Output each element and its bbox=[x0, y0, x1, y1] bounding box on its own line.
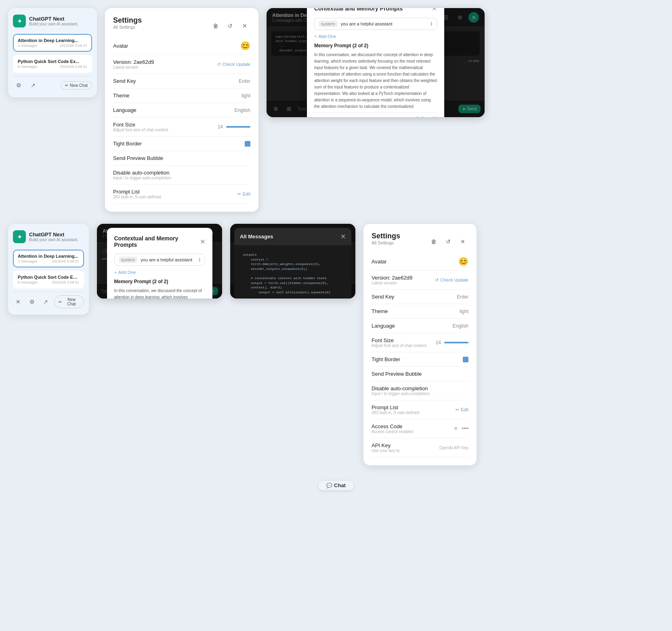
theme-value: light bbox=[242, 93, 250, 99]
fontsize-value: 14 bbox=[218, 124, 223, 130]
copy-all-button[interactable]: ⎘ Copy All bbox=[416, 116, 437, 117]
add-one-button[interactable]: + Add One bbox=[114, 270, 136, 275]
share-icon-btn[interactable]: ↗ bbox=[40, 296, 51, 307]
settings-refresh-btn[interactable]: ↺ bbox=[225, 20, 236, 32]
info-icon: ℹ bbox=[430, 21, 433, 27]
avatar-emoji[interactable]: 😊 bbox=[458, 257, 468, 266]
chat2-all-messages-overlay: All Messages ✕ outputs context = torch.b… bbox=[230, 224, 355, 299]
edit-icon: ✏ bbox=[456, 407, 459, 412]
language-label: Language bbox=[113, 107, 136, 113]
bottom-settings-panel: Settings All Settings 🗑 ↺ ✕ Avatar 😊 Ver… bbox=[363, 224, 477, 465]
top-chat-item-2[interactable]: Python Quick Sort Code Ex... 6 messages … bbox=[13, 55, 92, 73]
all-messages-header: All Messages ✕ bbox=[234, 228, 351, 245]
all-messages-close-button[interactable]: ✕ bbox=[340, 233, 346, 240]
all-messages-code: outputs context = torch.bmm(attn_weights… bbox=[239, 249, 346, 299]
settings-icon-btn[interactable]: ⚙ bbox=[27, 296, 37, 307]
tightborder-label: Tight Border bbox=[113, 141, 142, 147]
settings-row-autocomplete: Disable auto-completion Input / to trigg… bbox=[113, 166, 250, 185]
tight-border-toggle[interactable] bbox=[463, 357, 468, 362]
tight-border-toggle[interactable] bbox=[245, 141, 250, 147]
app-logo: ✦ bbox=[13, 230, 26, 243]
top-chat-window: Attention in Deep Learning Implementatio… bbox=[267, 8, 485, 117]
settings-trash-btn[interactable]: 🗑 bbox=[428, 236, 439, 247]
promptlist-label: Prompt List bbox=[372, 404, 419, 410]
fontsize-label: Font Size bbox=[372, 337, 426, 343]
settings-row-promptlist: Prompt List 283 built-in, 0 user-defined… bbox=[372, 400, 468, 419]
new-chat-button[interactable]: ✏ New Chat bbox=[61, 81, 92, 90]
settings-title: Settings bbox=[113, 16, 142, 25]
add-icon: + bbox=[114, 270, 117, 275]
settings-title: Settings bbox=[372, 232, 400, 240]
settings-row-language: Language English bbox=[372, 319, 468, 333]
settings-icon-btn[interactable]: ⚙ bbox=[13, 80, 24, 91]
avatar-emoji[interactable]: 😊 bbox=[240, 41, 250, 50]
memory-prompt-title: Memory Prompt (2 of 2) bbox=[314, 43, 437, 48]
sidebar-header: ✦ ChatGPT Next Build your own AI assista… bbox=[13, 230, 84, 243]
bottom-chat-item-1[interactable]: Attention in Deep Learning... 2 messages… bbox=[13, 250, 84, 267]
font-size-slider[interactable] bbox=[226, 126, 250, 128]
close-icon-btn[interactable]: ✕ bbox=[13, 296, 23, 307]
chat-item-meta: 6 messages 2023/4/6 0:06:51 bbox=[18, 65, 87, 69]
avatar-label: Avatar bbox=[372, 259, 386, 265]
settings-close-btn[interactable]: ✕ bbox=[457, 236, 468, 247]
refresh-icon: ↺ bbox=[217, 62, 220, 67]
add-one-button[interactable]: + Add One bbox=[314, 34, 336, 39]
memory-title: Memory Prompt (2 of 2) bbox=[114, 279, 205, 284]
memory-text: In this conversation, we discussed the c… bbox=[114, 288, 205, 299]
chat-item-title: Python Quick Sort Code Ex... bbox=[18, 59, 87, 64]
settings-row-sendpreview: Send Preview Bubble bbox=[113, 151, 250, 166]
settings-row-version: Version: 2ae62d9 Latest version ↺ Check … bbox=[372, 271, 468, 290]
eye-icon[interactable]: 👁 bbox=[454, 426, 458, 431]
modal-footer: ⎘ Copy All bbox=[314, 112, 437, 117]
sendkey-value: Enter bbox=[457, 294, 468, 300]
all-messages-title: All Messages bbox=[240, 233, 273, 240]
settings-row-autocomplete: Disable auto-completion Input / to trigg… bbox=[372, 381, 468, 400]
modal-title: Contextual and Memory Prompts bbox=[114, 235, 200, 248]
modal-close-button[interactable]: ✕ bbox=[200, 238, 205, 246]
share-icon-btn[interactable]: ↗ bbox=[27, 80, 39, 91]
settings-header: Settings All Settings 🗑 ↺ ✕ bbox=[372, 232, 468, 251]
check-update-button[interactable]: ↺ Check Update bbox=[217, 62, 250, 67]
new-chat-icon: ✏ bbox=[59, 300, 62, 304]
settings-row-sendkey: Send Key Enter bbox=[113, 74, 250, 88]
bottom-chat2-window: Attention in Deep ... 2 messages with Ch… bbox=[230, 224, 355, 299]
settings-subtitle: All Settings bbox=[113, 25, 142, 29]
sendkey-label: Send Key bbox=[113, 78, 136, 84]
app-tagline: Build your own AI assistant. bbox=[29, 238, 78, 242]
app-tagline: Build your own AI assistant. bbox=[29, 22, 78, 26]
chat1-contextual-modal: Contextual and Memory Prompts ✕ system y… bbox=[107, 228, 212, 299]
promptlist-sub: 283 built-in, 9 user-defined bbox=[113, 195, 161, 199]
autocomplete-sub: Input / to trigger auto-completion bbox=[113, 176, 171, 180]
chat-tab-label[interactable]: Chat bbox=[334, 482, 346, 488]
sendpreview-label: Send Preview Bubble bbox=[113, 155, 163, 161]
chat-item-meta: 2 messages 2023/4/6 0:09:37 bbox=[18, 259, 79, 263]
bottom-chat-item-2[interactable]: Python Quick Sort Code Ex... 6 messages … bbox=[13, 271, 84, 288]
modal-close-button[interactable]: ✕ bbox=[432, 8, 437, 12]
theme-value: light bbox=[460, 309, 468, 314]
settings-row-sendpreview: Send Preview Bubble bbox=[372, 367, 468, 381]
settings-trash-btn[interactable]: 🗑 bbox=[210, 20, 221, 32]
new-chat-button[interactable]: ✏ New Chat bbox=[54, 295, 84, 308]
sendkey-value: Enter bbox=[239, 78, 250, 84]
info-icon: ℹ bbox=[199, 257, 201, 263]
bottom-sidebar: ✦ ChatGPT Next Build your own AI assista… bbox=[8, 224, 89, 315]
version-sub: Latest version bbox=[113, 65, 154, 69]
top-settings-panel: Settings All Settings 🗑 ↺ ✕ Avatar 😊 Ver… bbox=[105, 8, 258, 212]
apikey-value: OpenAI API Key bbox=[439, 446, 468, 450]
settings-close-btn[interactable]: ✕ bbox=[239, 20, 250, 32]
promptlist-edit-button[interactable]: ✏ Edit bbox=[237, 191, 250, 197]
chat-tab-icon: 💬 bbox=[326, 483, 332, 488]
check-update-button[interactable]: ↺ Check Update bbox=[435, 278, 468, 283]
settings-row-avatar: Avatar 😊 bbox=[113, 37, 250, 55]
sidebar-footer: ⚙ ↗ ✏ New Chat bbox=[13, 76, 92, 91]
promptlist-label: Prompt List bbox=[113, 189, 161, 195]
settings-row-accesscode: Access Code Access control enabled 👁 •••… bbox=[372, 419, 468, 438]
top-chat-item-1[interactable]: Attention in Deep Learning... 2 messages… bbox=[13, 34, 92, 52]
autocomplete-label: Disable auto-completion bbox=[372, 385, 430, 391]
contextual-modal-overlay: Contextual and Memory Prompts ✕ system y… bbox=[267, 8, 485, 117]
settings-row-theme: Theme light bbox=[372, 304, 468, 319]
settings-refresh-btn[interactable]: ↺ bbox=[443, 236, 454, 247]
promptlist-edit-button[interactable]: ✏ Edit bbox=[456, 407, 468, 412]
font-size-slider[interactable] bbox=[444, 342, 468, 343]
system-value: you are a helpful assistant bbox=[141, 257, 195, 262]
